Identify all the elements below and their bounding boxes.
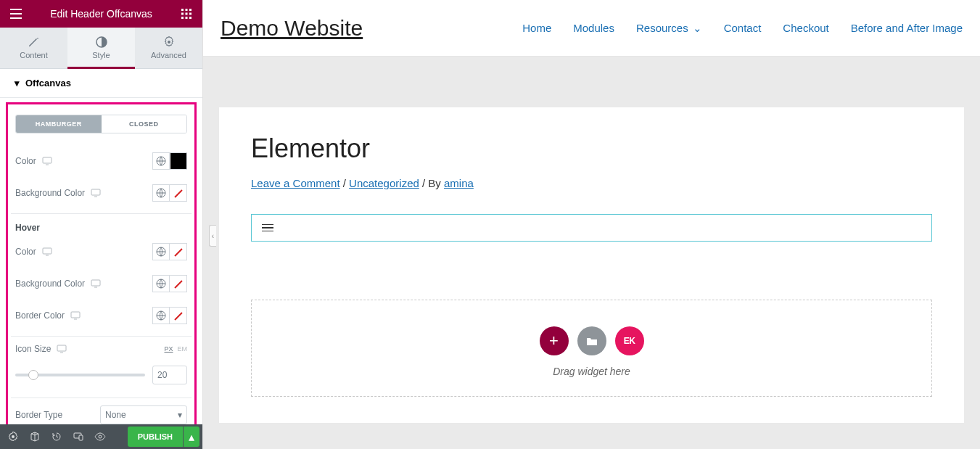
svg-rect-17	[91, 280, 100, 286]
page-title: Elementor	[251, 133, 932, 164]
nav-modules[interactable]: Modules	[573, 22, 614, 35]
sidebar-footer: PUBLISH ▴	[0, 424, 202, 449]
color-swatch-none[interactable]	[170, 275, 187, 292]
editor-sidebar: Edit Header Offcanvas Content Style Adva…	[0, 0, 203, 449]
color-swatch[interactable]	[170, 152, 187, 170]
nav-resources[interactable]: Resources ⌄	[636, 22, 702, 35]
page-content: Elementor Leave a Comment / Uncategorize…	[219, 107, 964, 423]
preview-area: ‹ Demo Website Home Modules Resources ⌄ …	[203, 0, 980, 449]
hover-subheading: Hover	[11, 213, 192, 236]
toggle-closed[interactable]: CLOSED	[102, 115, 187, 133]
svg-rect-1	[186, 9, 188, 11]
svg-rect-5	[189, 13, 192, 15]
svg-rect-6	[181, 17, 184, 19]
chevron-down-icon: ▾	[178, 410, 182, 420]
dropzone-label: Drag widget here	[252, 366, 931, 377]
nav-checkout[interactable]: Checkout	[783, 22, 828, 35]
control-hover-bgcolor: Background Color	[11, 268, 192, 300]
offcanvas-widget[interactable]	[251, 214, 932, 242]
settings-icon[interactable]	[3, 427, 23, 447]
nav-home[interactable]: Home	[522, 22, 551, 35]
publish-options[interactable]: ▴	[184, 427, 199, 447]
style-controls-highlight: HAMBURGER CLOSED Color Background Color	[6, 102, 197, 424]
svg-rect-2	[189, 9, 192, 11]
control-hover-bordercolor: Border Color	[11, 300, 192, 331]
color-swatch-none[interactable]	[170, 184, 187, 202]
svg-rect-19	[71, 312, 80, 318]
toggle-hamburger[interactable]: HAMBURGER	[16, 115, 102, 133]
nav-before-after[interactable]: Before and After Image	[851, 22, 963, 35]
svg-rect-3	[181, 13, 184, 15]
section-offcanvas[interactable]: ▾ Offcanvas	[0, 69, 202, 98]
responsive-mode-icon[interactable]	[68, 427, 88, 447]
add-section-button[interactable]: +	[540, 326, 569, 355]
iconsize-slider[interactable]	[15, 374, 145, 376]
unit-px[interactable]: PX	[164, 345, 173, 353]
nav-contact[interactable]: Contact	[724, 22, 762, 35]
unit-em[interactable]: EM	[178, 345, 188, 353]
responsive-icon[interactable]	[42, 157, 52, 165]
responsive-icon[interactable]	[70, 311, 81, 320]
chevron-down-icon: ⌄	[693, 22, 702, 35]
tab-advanced[interactable]: Advanced	[135, 28, 202, 68]
sidebar-title: Edit Header Offcanvas	[25, 8, 178, 20]
primary-nav: Home Modules Resources ⌄ Contact Checkou…	[522, 22, 963, 35]
global-color-icon[interactable]	[152, 275, 170, 292]
global-color-icon[interactable]	[152, 184, 170, 202]
control-bgcolor: Background Color	[11, 177, 192, 209]
panel-tabs: Content Style Advanced	[0, 28, 202, 69]
responsive-icon[interactable]	[91, 189, 101, 197]
panel-body: HAMBURGER CLOSED Color Background Color	[0, 98, 202, 424]
control-bordertype: Border Type None ▾	[11, 397, 192, 424]
svg-point-10	[168, 41, 170, 44]
category-link[interactable]: Uncategorized	[349, 177, 419, 189]
widgets-grid-icon[interactable]	[178, 9, 195, 19]
svg-rect-11	[43, 157, 52, 163]
control-color: Color	[11, 145, 192, 177]
control-hover-color: Color	[11, 236, 192, 268]
svg-rect-15	[43, 248, 52, 254]
publish-button[interactable]: PUBLISH	[128, 427, 183, 447]
color-swatch-none[interactable]	[170, 243, 187, 260]
svg-rect-8	[189, 17, 192, 19]
global-color-icon[interactable]	[152, 307, 170, 324]
global-color-icon[interactable]	[152, 152, 170, 170]
color-swatch-none[interactable]	[170, 307, 187, 324]
sidebar-header: Edit Header Offcanvas	[0, 0, 202, 28]
add-section-dropzone[interactable]: + EK Drag widget here	[251, 300, 932, 397]
panel-resize-grip[interactable]: ‹	[209, 225, 216, 247]
hamburger-icon[interactable]	[262, 224, 273, 232]
control-iconsize: Icon Size PX EM	[11, 336, 192, 361]
responsive-icon[interactable]	[42, 247, 52, 256]
responsive-icon[interactable]	[57, 345, 67, 353]
post-meta: Leave a Comment / Uncategorized / By ami…	[251, 177, 932, 189]
iconsize-slider-row	[11, 361, 192, 393]
menu-icon[interactable]	[7, 9, 25, 19]
site-header: Demo Website Home Modules Resources ⌄ Co…	[203, 0, 980, 57]
elementskit-button[interactable]: EK	[615, 326, 644, 355]
svg-rect-7	[186, 17, 188, 19]
preview-icon[interactable]	[90, 427, 110, 447]
svg-rect-4	[186, 13, 188, 15]
svg-rect-13	[91, 189, 100, 195]
author-link[interactable]: amina	[444, 177, 474, 189]
responsive-icon[interactable]	[91, 279, 101, 288]
tab-style[interactable]: Style	[67, 28, 135, 68]
template-library-button[interactable]	[577, 326, 606, 355]
svg-rect-21	[57, 345, 66, 351]
caret-down-icon: ▾	[15, 78, 20, 88]
history-icon[interactable]	[46, 427, 67, 447]
leave-comment-link[interactable]: Leave a Comment	[251, 177, 340, 189]
svg-rect-0	[181, 9, 184, 11]
svg-point-22	[12, 435, 15, 438]
navigator-icon[interactable]	[25, 427, 45, 447]
global-color-icon[interactable]	[152, 243, 170, 260]
svg-point-25	[99, 435, 102, 438]
svg-rect-24	[79, 435, 83, 440]
bordertype-select[interactable]: None ▾	[100, 405, 187, 424]
iconsize-input[interactable]	[152, 366, 187, 384]
site-logo[interactable]: Demo Website	[221, 16, 363, 41]
state-toggle: HAMBURGER CLOSED	[15, 115, 187, 133]
tab-content[interactable]: Content	[0, 28, 67, 68]
